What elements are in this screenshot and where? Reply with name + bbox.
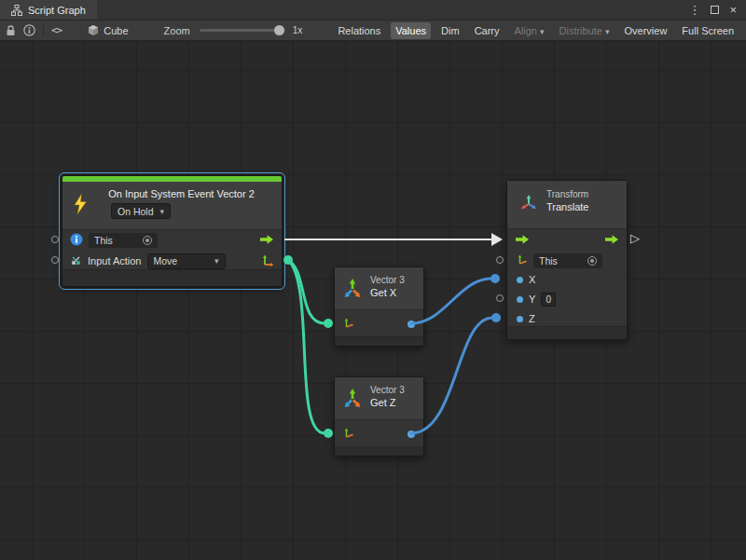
zoom-slider[interactable]	[200, 29, 285, 32]
carry-button[interactable]: Carry	[470, 22, 504, 39]
translate-category-label: Transform	[546, 189, 588, 200]
event-this-input-port[interactable]	[51, 236, 59, 243]
flow-continue-triangle-icon[interactable]: ▷	[630, 232, 640, 244]
node-on-input-system-event[interactable]: On Input System Event Vector 2 On Hold ▾…	[62, 175, 283, 287]
translate-node-footer	[507, 326, 627, 339]
getz-input-port[interactable]	[324, 429, 333, 438]
align-dropdown-button[interactable]: Align▾	[510, 22, 549, 39]
translate-this-object-field[interactable]: This	[533, 253, 602, 268]
translate-x-row: X	[507, 270, 627, 289]
translate-name-label: Translate	[546, 200, 588, 213]
node-get-x[interactable]: Vector 3 Get X	[334, 266, 424, 347]
maximize-icon[interactable]	[711, 6, 719, 14]
vector2-output-icon[interactable]	[262, 254, 274, 268]
y-input-dot-icon	[517, 296, 523, 303]
translate-x-input-port[interactable]	[490, 274, 500, 283]
getx-port-row	[335, 310, 423, 338]
distribute-dropdown-button[interactable]: Distribute▾	[555, 22, 615, 39]
flow-input-arrow-icon[interactable]	[515, 234, 530, 247]
event-node-title: On Input System Event Vector 2	[62, 182, 282, 199]
getz-category-label: Vector 3	[370, 385, 405, 396]
tab-script-graph[interactable]: Script Graph	[0, 0, 97, 20]
toolbar-separator	[43, 24, 44, 37]
input-action-dropdown[interactable]: Move ▾	[147, 253, 226, 269]
vector3-icon	[342, 388, 363, 410]
getx-node-header: Vector 3 Get X	[335, 267, 423, 310]
getz-node-footer	[335, 446, 423, 456]
event-mode-dropdown[interactable]: On Hold ▾	[111, 203, 171, 219]
tab-title: Script Graph	[28, 5, 86, 16]
event-action-input-port[interactable]	[51, 256, 59, 264]
translate-this-row: This	[507, 252, 627, 270]
lightning-bolt-icon	[72, 193, 89, 217]
getz-node-header: Vector 3 Get Z	[335, 377, 423, 420]
translate-z-input-port[interactable]	[491, 313, 501, 322]
cube-icon	[88, 24, 99, 36]
node-get-z[interactable]: Vector 3 Get Z	[334, 376, 424, 457]
flow-output-arrow-icon[interactable]	[259, 234, 274, 247]
input-action-label: Input Action	[88, 255, 142, 266]
x-input-dot-icon	[517, 277, 523, 283]
getx-output-port[interactable]	[408, 321, 415, 328]
window-controls: ⋮ ×	[688, 0, 746, 20]
zoom-slider-handle[interactable]	[274, 25, 284, 35]
event-this-object-field[interactable]: This	[89, 233, 158, 248]
getx-input-port[interactable]	[324, 319, 333, 328]
x-port-label: X	[529, 274, 535, 285]
object-picker-icon	[587, 256, 597, 266]
object-picker-icon	[143, 236, 152, 245]
graph-canvas[interactable]: On Input System Event Vector 2 On Hold ▾…	[0, 41, 746, 560]
translate-z-row: Z	[507, 309, 627, 328]
node-transform-translate[interactable]: Transform Translate This	[506, 180, 628, 340]
mini-axes-icon	[517, 254, 528, 267]
vector3-icon	[342, 278, 363, 300]
info-icon[interactable]	[23, 24, 35, 36]
zoom-value: 1x	[293, 25, 303, 35]
y-value-field[interactable]: 0	[541, 293, 556, 307]
relations-button[interactable]: Relations	[333, 22, 385, 39]
graph-icon	[11, 5, 22, 16]
overview-button[interactable]: Overview	[620, 22, 672, 39]
getz-name-label: Get Z	[370, 396, 405, 409]
values-button[interactable]: Values	[391, 22, 431, 39]
graph-toolbar: <> Cube Zoom 1x Relations Values Dim Car…	[0, 20, 746, 41]
flow-output-arrow-icon[interactable]	[604, 234, 619, 247]
event-this-row: This	[62, 230, 282, 251]
info-circle-icon	[70, 233, 83, 248]
translate-node-header: Transform Translate	[507, 181, 627, 229]
event-node-footer	[62, 269, 282, 286]
getx-name-label: Get X	[370, 286, 405, 299]
getx-category-label: Vector 3	[370, 275, 405, 286]
menu-icon[interactable]: ⋮	[688, 4, 700, 16]
fullscreen-button[interactable]: Full Screen	[677, 22, 739, 39]
wire-vector2-to-getz[interactable]	[288, 260, 325, 433]
lock-icon[interactable]	[6, 25, 16, 36]
z-port-label: Z	[529, 313, 535, 324]
toolbar-buttons: Relations Values Dim Carry Align▾ Distri…	[333, 22, 740, 39]
chevron-down-icon: ▾	[214, 256, 219, 266]
event-vector2-output-port[interactable]	[283, 255, 293, 265]
translate-y-input-port[interactable]	[496, 294, 504, 302]
zoom-label: Zoom	[164, 25, 190, 36]
chevron-down-icon: ▾	[160, 207, 165, 216]
code-view-icon[interactable]: <>	[51, 24, 62, 36]
y-port-label: Y	[529, 294, 535, 305]
getz-output-port[interactable]	[408, 430, 415, 438]
unity-script-graph-window: Script Graph ⋮ × <> Cube Zoom 1x Re	[0, 0, 746, 560]
getz-port-row	[335, 420, 423, 448]
chevron-down-icon: ▾	[540, 27, 545, 36]
dim-button[interactable]: Dim	[436, 22, 464, 39]
transform-icon	[519, 194, 538, 214]
graph-target-label: Cube	[104, 25, 128, 36]
graph-target[interactable]: Cube	[88, 24, 128, 36]
close-icon[interactable]: ×	[729, 4, 737, 16]
translate-flow-row	[507, 229, 627, 252]
window-titlebar: Script Graph ⋮ ×	[0, 0, 746, 20]
z-input-dot-icon	[517, 316, 523, 322]
translate-this-input-port[interactable]	[496, 256, 504, 264]
event-input-action-row: Input Action Move ▾	[62, 251, 282, 271]
wire-flow-arrowhead-icon	[491, 233, 503, 246]
wire-vector2-to-getx[interactable]	[288, 260, 325, 323]
getx-node-footer	[335, 336, 423, 346]
chevron-down-icon: ▾	[605, 27, 610, 36]
